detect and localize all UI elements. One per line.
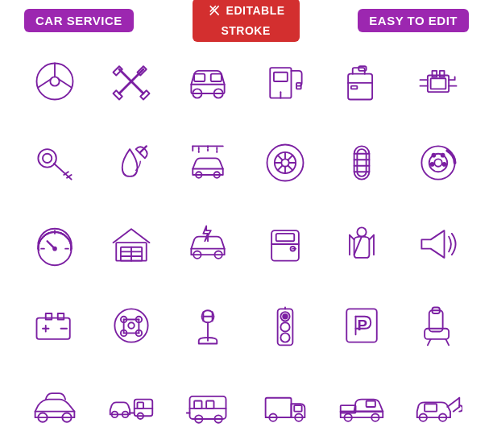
- svg-line-42: [288, 165, 292, 170]
- svg-point-106: [282, 313, 288, 320]
- svg-rect-13: [274, 72, 288, 81]
- parking-icon: P: [323, 285, 400, 367]
- svg-point-105: [280, 334, 289, 342]
- svg-rect-133: [265, 398, 291, 417]
- svg-point-34: [267, 144, 303, 180]
- svg-rect-128: [206, 401, 213, 409]
- electric-car-icon: [170, 203, 246, 284]
- stroke-label: STROKE: [221, 24, 270, 37]
- top-badges-bar: CAR SERVICE EDITABLE STROKE EASY TO EDIT: [0, 0, 493, 40]
- editable-stroke-badge: EDITABLE STROKE: [193, 0, 300, 42]
- tow-truck-icon: [400, 367, 477, 448]
- camper-trailer-icon: [93, 367, 169, 448]
- transmission-icon: [93, 285, 169, 367]
- scissors-cross-icon: [207, 3, 222, 18]
- svg-point-75: [357, 227, 366, 236]
- svg-line-113: [428, 339, 431, 346]
- svg-rect-127: [194, 401, 201, 409]
- gear-shifter-icon: [170, 285, 246, 367]
- brake-disc-icon: [400, 122, 477, 203]
- svg-line-4: [59, 79, 72, 87]
- svg-point-24: [38, 149, 56, 168]
- svg-rect-111: [425, 329, 449, 339]
- car-seat-icon: [400, 285, 477, 367]
- svg-point-55: [441, 153, 445, 158]
- svg-line-43: [288, 155, 292, 160]
- svg-point-1: [50, 77, 59, 85]
- car-service-badge: CAR SERVICE: [24, 9, 134, 32]
- svg-point-53: [435, 159, 442, 166]
- svg-rect-23: [431, 78, 446, 89]
- battery-icon: [16, 285, 93, 367]
- svg-line-76: [354, 237, 362, 255]
- engine-icon: [400, 40, 477, 122]
- svg-point-56: [430, 162, 435, 167]
- easy-to-edit-badge: EASY TO EDIT: [358, 9, 469, 32]
- speedometer-icon: [16, 203, 93, 284]
- garage-icon: [93, 203, 169, 284]
- svg-rect-7: [194, 73, 205, 81]
- truck-icon: [246, 367, 323, 448]
- tools-icon: [93, 40, 169, 122]
- jerry-can-icon: [323, 40, 400, 122]
- svg-line-41: [277, 155, 282, 160]
- svg-rect-142: [367, 401, 375, 408]
- tire-wheel-icon: [246, 122, 323, 203]
- svg-rect-19: [351, 85, 358, 89]
- svg-text:P: P: [357, 317, 367, 334]
- traffic-light-icon: [246, 285, 323, 367]
- airbag-icon: [323, 203, 400, 284]
- svg-point-60: [52, 247, 57, 251]
- caravan-icon: [170, 367, 246, 448]
- pickup-truck-icon: [323, 367, 400, 448]
- key-icon: [16, 122, 93, 203]
- svg-point-25: [43, 154, 52, 163]
- svg-point-54: [432, 153, 437, 158]
- svg-point-92: [128, 322, 135, 329]
- car-service-label: CAR SERVICE: [35, 14, 122, 27]
- svg-line-114: [446, 339, 450, 346]
- car-door-icon: [246, 203, 323, 284]
- svg-line-44: [277, 165, 282, 170]
- horn-icon: [400, 203, 477, 284]
- svg-rect-8: [211, 73, 222, 81]
- car-wash-icon: [170, 122, 246, 203]
- oil-drop-icon: [93, 122, 169, 203]
- easy-to-edit-label: EASY TO EDIT: [369, 14, 458, 27]
- car-front-icon: [170, 40, 246, 122]
- tire-side-icon: [323, 122, 400, 203]
- svg-rect-143: [425, 404, 437, 412]
- svg-rect-73: [276, 234, 294, 241]
- editable-label: EDITABLE: [226, 4, 285, 17]
- gas-pump-icon: [246, 40, 323, 122]
- svg-rect-123: [137, 403, 143, 409]
- svg-line-144: [448, 398, 460, 407]
- svg-line-146: [454, 407, 460, 412]
- svg-point-57: [442, 162, 447, 167]
- svg-rect-134: [294, 406, 301, 413]
- steering-wheel-icon: [16, 40, 93, 122]
- icons-grid: P: [0, 40, 493, 448]
- sedan-car-icon: [16, 367, 93, 448]
- svg-line-3: [38, 79, 51, 87]
- svg-point-87: [114, 309, 147, 342]
- svg-point-104: [280, 322, 289, 331]
